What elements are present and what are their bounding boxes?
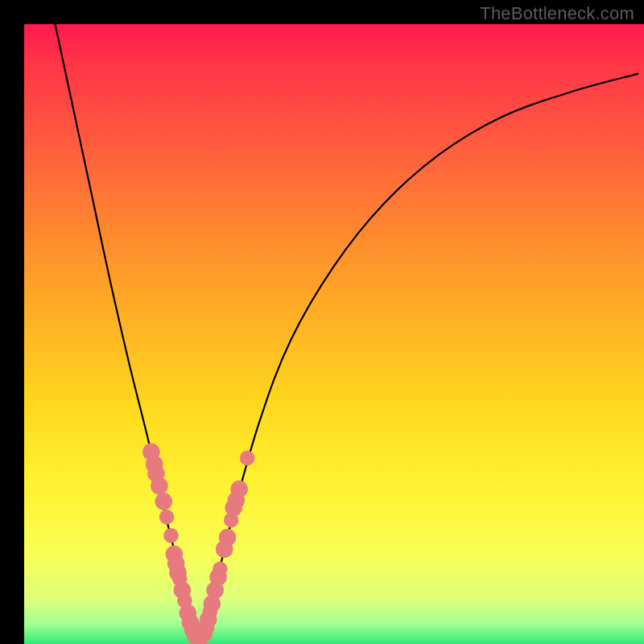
plot-area [24, 24, 644, 644]
data-dots [142, 444, 254, 644]
chart-overlay [24, 24, 644, 644]
data-dot [163, 528, 178, 543]
chart-frame: TheBottleneck.com [0, 0, 644, 644]
data-dot [240, 451, 254, 465]
data-dot [219, 529, 237, 547]
watermark-text: TheBottleneck.com [480, 3, 634, 24]
data-dot [159, 510, 174, 524]
data-dot [230, 481, 248, 498]
bottleneck-curve [56, 24, 638, 638]
data-dot [155, 493, 172, 510]
data-dot [213, 562, 227, 576]
data-dot [151, 477, 168, 495]
